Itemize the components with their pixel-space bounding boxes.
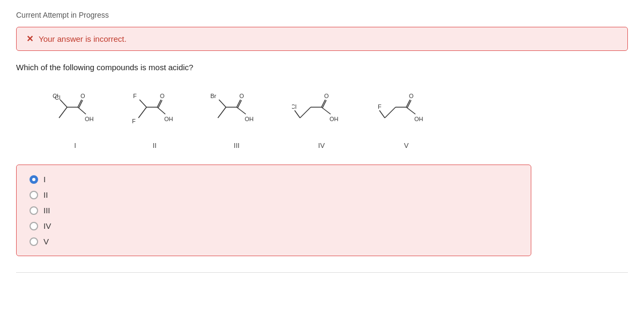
- svg-line-1: [59, 107, 67, 118]
- compound-V-label: V: [404, 141, 409, 150]
- svg-line-6: [78, 107, 86, 114]
- option-V[interactable]: V: [30, 237, 518, 246]
- bottom-bar: [16, 272, 628, 278]
- header-title: Current Attempt in Progress: [16, 11, 628, 19]
- error-message: Your answer is incorrect.: [39, 34, 127, 43]
- option-I-label: I: [43, 175, 46, 184]
- compound-III-structure: O OH Br: [207, 85, 266, 138]
- option-II[interactable]: II: [30, 190, 518, 199]
- compound-V: O OH F V: [377, 85, 436, 150]
- svg-text:Br: Br: [210, 93, 216, 99]
- answers-box: I II III IV V: [16, 165, 531, 256]
- compound-IV-structure: O OH Cl: [292, 85, 351, 138]
- compound-I-structure: Cl O OH Cl: [48, 85, 102, 138]
- radio-I[interactable]: [30, 175, 38, 184]
- svg-line-43: [406, 107, 415, 114]
- svg-line-38: [385, 107, 396, 118]
- svg-line-27: [219, 100, 226, 107]
- compound-I: Cl O OH Cl I: [48, 85, 102, 150]
- svg-text:O: O: [324, 93, 329, 99]
- compounds-row: Cl O OH Cl I: [16, 85, 628, 150]
- option-II-label: II: [43, 190, 48, 199]
- option-III[interactable]: III: [30, 206, 518, 215]
- svg-line-15: [157, 107, 165, 114]
- svg-text:OH: OH: [85, 116, 94, 122]
- svg-text:O: O: [160, 93, 165, 99]
- svg-line-20: [218, 107, 226, 118]
- svg-text:F: F: [133, 93, 137, 99]
- radio-III[interactable]: [30, 206, 38, 215]
- option-IV[interactable]: IV: [30, 221, 518, 230]
- question-text: Which of the following compounds is most…: [16, 63, 628, 72]
- error-icon: ✕: [26, 34, 33, 44]
- svg-text:OH: OH: [164, 116, 173, 122]
- compound-I-label: I: [74, 141, 76, 150]
- radio-IV[interactable]: [30, 222, 38, 230]
- svg-text:OH: OH: [330, 116, 339, 122]
- compound-II-structure: O OH F F: [128, 85, 181, 138]
- svg-text:Cl: Cl: [292, 103, 296, 110]
- svg-text:OH: OH: [245, 116, 254, 122]
- option-I[interactable]: I: [30, 175, 518, 184]
- compound-II: O OH F F II: [128, 85, 181, 150]
- svg-line-10: [138, 107, 147, 118]
- radio-V[interactable]: [30, 237, 38, 246]
- compound-III: O OH Br III: [207, 85, 266, 150]
- svg-text:OH: OH: [414, 116, 423, 122]
- svg-line-36: [295, 110, 300, 118]
- svg-text:O: O: [239, 93, 244, 99]
- compound-III-label: III: [234, 141, 240, 150]
- compound-IV-label: IV: [318, 141, 325, 150]
- svg-text:O: O: [409, 93, 414, 99]
- option-III-label: III: [43, 206, 50, 215]
- svg-text:Cl: Cl: [53, 93, 58, 99]
- option-V-label: V: [43, 237, 49, 246]
- svg-text:F: F: [378, 103, 382, 110]
- svg-text:F: F: [132, 118, 136, 124]
- compound-II-label: II: [152, 141, 156, 150]
- svg-line-8: [60, 100, 67, 107]
- svg-line-25: [237, 107, 246, 114]
- error-banner: ✕ Your answer is incorrect.: [16, 27, 628, 51]
- compound-V-structure: O OH F: [377, 85, 436, 138]
- svg-line-17: [140, 100, 147, 107]
- compound-IV: O OH Cl IV: [292, 85, 351, 150]
- svg-line-45: [379, 110, 385, 118]
- svg-line-34: [321, 107, 331, 114]
- radio-II[interactable]: [30, 191, 38, 199]
- option-IV-label: IV: [43, 221, 51, 230]
- svg-text:O: O: [80, 93, 85, 99]
- svg-line-29: [300, 107, 311, 118]
